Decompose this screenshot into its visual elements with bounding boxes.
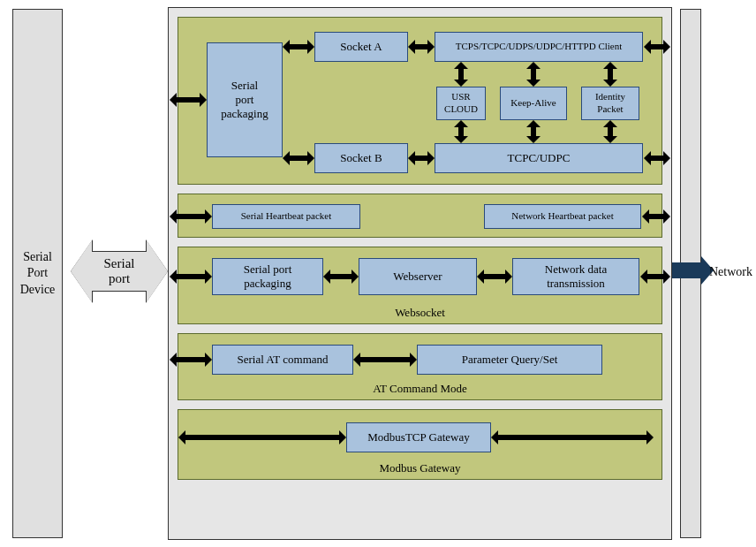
box-tcpc-udpc: TCPC/UDPC [435,143,643,173]
arrow-ws-webserver-to-net [484,274,505,279]
box-network-heartbeat: Network Heartbeat packet [484,204,641,229]
box-usr-cloud: USRCLOUD [436,87,486,120]
box-identity-packet: IdentityPacket [581,87,639,120]
box-socket-a: Socket A [314,32,408,62]
caption-modbus: Modbus Gateway [178,461,662,475]
serial-port-arrow: Serialport [71,240,168,302]
module-websocket: Serial portpackaging Webserver Network d… [178,247,662,324]
arrow-spp-to-socket-b [290,156,307,161]
box-socket-b: Socket B [314,143,408,173]
arrow-identity-to-tcpcudpc [608,127,613,136]
arrow-usrcloud-to-tcpcudpc [458,127,464,136]
caption-at-command: AT Command Mode [178,382,662,396]
arrowhead-left-icon [71,240,92,302]
device-frame: Serialportpackaging Socket A Socket B TC… [168,7,672,540]
box-protocols: TCPS/TCPC/UDPS/UDPC/HTTPD Client [435,32,643,62]
module-at-command: Serial AT command Parameter Query/Set AT… [178,333,662,400]
arrow-protocols-to-keepalive [531,69,536,80]
box-serial-at-command: Serial AT command [212,345,353,375]
arrow-socket-b-to-tcpcudpc [415,156,427,161]
box-parameter-query-set: Parameter Query/Set [417,345,602,375]
box-serial-port-packaging: Serialportpackaging [207,42,283,157]
arrow-keepalive-to-tcpcudpc [531,127,536,136]
arrow-ext-left-atcmd [177,357,205,362]
module-modbus: ModbusTCP Gateway Modbus Gateway [178,409,662,480]
box-modbus-tcp-gateway: ModbusTCP Gateway [346,422,491,452]
arrow-socket-a-to-protocols [415,44,427,49]
arrow-ext-left-websocket [177,274,205,279]
box-ws-serial-packaging: Serial portpackaging [212,258,323,295]
box-serial-heartbeat: Serial Heartbeat packet [212,204,360,229]
arrow-ext-right-websocket [647,274,663,279]
arrow-ws-spp-to-webserver [330,274,352,279]
arrow-at-serial-to-param [360,357,410,362]
box-ws-network-data: Network datatransmission [512,258,639,295]
arrow-protocols-to-identity [608,69,613,80]
box-keep-alive: Keep-Alive [500,87,567,120]
arrow-ext-left-transparent [177,97,200,103]
network-arrow-icon [668,262,701,278]
module-heartbeat: Serial Heartbeat packet Network Heartbea… [178,194,662,238]
arrow-protocols-to-usrcloud [458,69,464,80]
arrow-spp-to-socket-a [290,44,307,49]
arrow-ext-right-heartbeat [649,214,663,219]
module-transparent: Serialportpackaging Socket A Socket B TC… [178,17,662,185]
serial-port-arrow-label: Serialport [92,251,147,292]
arrow-ext-right-protocols [651,44,663,49]
arrow-modbus-left [185,435,339,440]
arrow-modbus-right [498,435,646,440]
box-ws-webserver: Webserver [359,258,477,295]
arrow-ext-left-heartbeat [177,214,205,219]
serial-port-device-panel: SerialPortDevice [12,9,63,538]
arrow-ext-right-tcpcudpc [651,156,663,161]
arrowhead-right-icon [147,240,168,302]
caption-websocket: Websocket [178,306,662,320]
network-label: Network [709,265,752,279]
serial-port-device-label: SerialPortDevice [20,249,56,298]
